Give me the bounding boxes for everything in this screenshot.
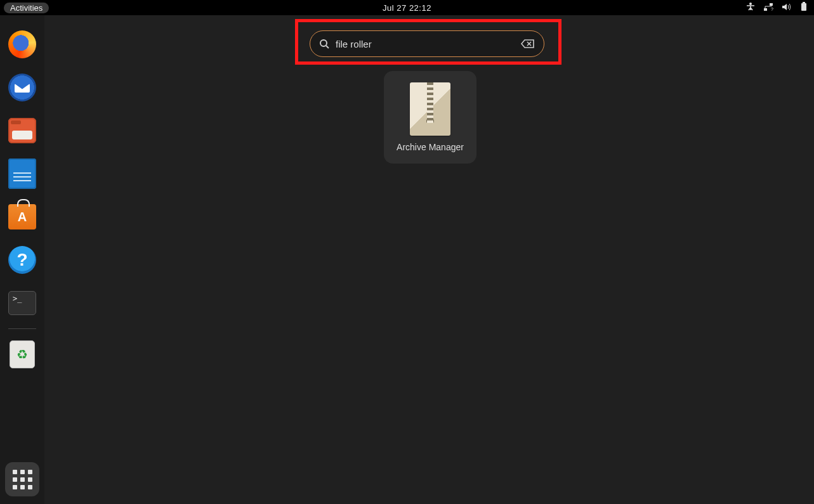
search-field[interactable] — [310, 30, 544, 57]
dock-item-terminal[interactable] — [7, 288, 37, 318]
search-input[interactable] — [336, 39, 515, 49]
search-icon — [319, 39, 329, 49]
dock-item-software[interactable] — [7, 202, 37, 232]
svg-rect-2 — [770, 3, 773, 6]
firefox-icon — [8, 30, 36, 58]
grid-icon — [13, 470, 32, 489]
accessibility-icon[interactable] — [745, 2, 756, 14]
trash-icon — [10, 340, 35, 368]
files-icon — [8, 118, 36, 143]
search-result-archive-manager[interactable]: Archive Manager — [384, 71, 476, 164]
svg-rect-5 — [803, 2, 805, 3]
terminal-icon — [8, 291, 36, 315]
search-result-label: Archive Manager — [397, 142, 464, 152]
writer-icon — [8, 158, 36, 189]
dock: ? — [0, 15, 44, 504]
svg-text:?: ? — [771, 7, 773, 11]
clock[interactable]: Jul 27 22:12 — [383, 3, 431, 13]
activities-overview: Archive Manager — [44, 15, 814, 504]
svg-point-0 — [749, 3, 752, 5]
svg-point-6 — [320, 40, 327, 46]
dock-item-trash[interactable] — [7, 339, 37, 370]
backspace-icon — [521, 39, 535, 49]
show-applications-button[interactable] — [5, 462, 39, 496]
activities-button[interactable]: Activities — [4, 3, 49, 13]
battery-icon[interactable] — [799, 2, 809, 14]
dock-item-files[interactable] — [7, 115, 37, 146]
thunderbird-icon — [8, 74, 36, 101]
system-tray[interactable]: ? — [745, 2, 809, 14]
network-icon[interactable]: ? — [763, 2, 773, 14]
help-icon: ? — [8, 246, 36, 274]
dock-item-thunderbird[interactable] — [7, 72, 37, 103]
dock-separator — [8, 328, 36, 329]
svg-rect-4 — [801, 3, 806, 11]
svg-rect-1 — [764, 8, 767, 11]
dock-item-help[interactable]: ? — [7, 245, 37, 275]
software-icon — [8, 204, 36, 229]
top-bar: Activities Jul 27 22:12 ? — [0, 0, 814, 15]
archive-manager-icon — [410, 82, 450, 136]
dock-item-writer[interactable] — [7, 158, 37, 189]
volume-icon[interactable] — [781, 2, 791, 14]
clear-search-button[interactable] — [521, 39, 535, 49]
dock-item-firefox[interactable] — [7, 29, 37, 60]
